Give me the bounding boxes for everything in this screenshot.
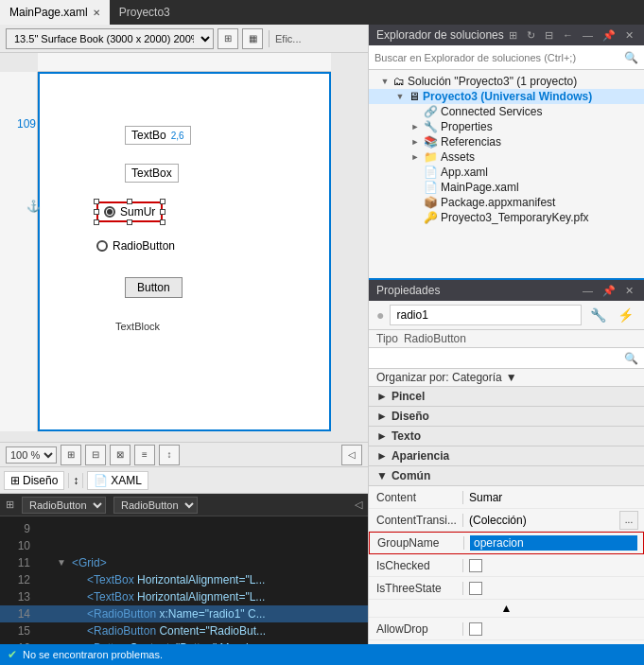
- prop-pin-icon[interactable]: 📌: [600, 284, 618, 298]
- prop-name-input[interactable]: [390, 305, 582, 325]
- code-line-10[interactable]: 10: [0, 537, 368, 554]
- se-icon3[interactable]: ⊟: [542, 28, 556, 43]
- layout-btn[interactable]: ≡: [134, 445, 155, 465]
- prop-dots-btn[interactable]: ...: [619, 511, 638, 530]
- se-icon4[interactable]: ←: [560, 28, 576, 43]
- handle-br[interactable]: [160, 219, 165, 225]
- tab-design[interactable]: ⊞ Diseño: [4, 471, 64, 490]
- textbox2-widget[interactable]: TextBox: [125, 164, 179, 183]
- expand-btn-11[interactable]: ▼: [57, 554, 68, 571]
- canvas-area[interactable]: 109 TextBo 2,6 TextBox: [0, 53, 368, 442]
- tab-mainpage[interactable]: MainPage.xaml ✕: [0, 0, 110, 25]
- prop-checkbox[interactable]: [469, 582, 482, 595]
- grid-view-btn[interactable]: ⊞: [61, 445, 81, 465]
- prop-event-icon[interactable]: ⚡: [615, 306, 636, 324]
- handle-tl[interactable]: [94, 199, 99, 204]
- prop-wrench-icon[interactable]: 🔧: [587, 306, 609, 324]
- prop-category-diseño[interactable]: ►Diseño: [369, 407, 644, 427]
- handle-mr[interactable]: [160, 209, 165, 215]
- prop-value[interactable]: [464, 535, 643, 551]
- se-pin-icon[interactable]: 📌: [600, 28, 618, 43]
- prop-input[interactable]: [469, 514, 619, 527]
- align-btn[interactable]: ⊠: [110, 445, 131, 465]
- line-number-10: 10: [4, 537, 30, 554]
- code-content-14: <RadioButton x:Name="radio1" C...: [87, 605, 266, 622]
- tree-arrow-1[interactable]: [394, 92, 406, 101]
- tab-mainpage-close[interactable]: ✕: [93, 8, 100, 18]
- prop-search-input[interactable]: [374, 353, 624, 364]
- prop-input[interactable]: [469, 491, 638, 504]
- code-left-dropdown[interactable]: RadioButton: [22, 497, 106, 514]
- tree-arrow-4[interactable]: [409, 137, 421, 147]
- prop-category-texto[interactable]: ►Texto: [369, 427, 644, 446]
- code-line-9[interactable]: 9: [0, 520, 368, 537]
- se-icon5[interactable]: —: [580, 28, 596, 43]
- line-number-12: 12: [4, 571, 30, 588]
- prop-checkbox[interactable]: [469, 622, 482, 636]
- tree-icon-2: 🔗: [424, 105, 438, 118]
- se-icon2[interactable]: ↻: [524, 28, 538, 43]
- prop-row-contenttransi: ContentTransi......: [369, 509, 644, 532]
- prop-value[interactable]: [463, 582, 644, 595]
- tree-arrow-5[interactable]: [409, 152, 421, 162]
- code-panel: ⊞ RadioButton RadioButton ◁ 91011▼<Grid>…: [0, 493, 368, 644]
- grid-icon-btn[interactable]: ⊞: [218, 28, 238, 49]
- minimize-btn[interactable]: ◁: [341, 445, 362, 465]
- tree-item-0[interactable]: 🗂Solución "Proyecto3" (1 proyecto): [369, 74, 644, 89]
- prop-value[interactable]: ...: [463, 511, 644, 530]
- code-line-15[interactable]: 15<RadioButton Content="RadioBut...: [0, 622, 368, 639]
- handle-bm[interactable]: [127, 219, 132, 225]
- code-right-dropdown[interactable]: RadioButton: [113, 497, 198, 514]
- prop-category-común[interactable]: ▼Común: [369, 466, 644, 486]
- tree-item-4[interactable]: 📚Referencias: [369, 134, 644, 149]
- code-line-14[interactable]: 14<RadioButton x:Name="radio1" C...: [0, 605, 368, 622]
- prop-collapse-arrow[interactable]: ▲: [369, 600, 644, 618]
- prop-search-icon: 🔍: [624, 352, 638, 365]
- prop-category-apariencia[interactable]: ►Apariencia: [369, 446, 644, 466]
- search-input[interactable]: [374, 52, 624, 63]
- tree-arrow-3[interactable]: [409, 122, 421, 131]
- status-ok-icon: ✔: [8, 648, 17, 661]
- prop-value[interactable]: [463, 559, 644, 572]
- prop-close-icon[interactable]: ✕: [622, 284, 636, 298]
- handle-tr[interactable]: [160, 199, 165, 204]
- tab-xaml[interactable]: 📄 XAML: [87, 471, 148, 490]
- tree-item-5[interactable]: 📁Assets: [369, 149, 644, 165]
- tree-item-2[interactable]: 🔗Connected Services: [369, 104, 644, 119]
- prop-sort-bar[interactable]: Organizar por: Categoría ▼: [369, 369, 644, 387]
- zoom-select[interactable]: 100 %: [6, 446, 57, 464]
- tree-item-8[interactable]: 📦Package.appxmanifest: [369, 195, 644, 210]
- prop-icon1[interactable]: —: [580, 284, 596, 298]
- button-widget[interactable]: Button: [125, 277, 183, 298]
- tree-item-6[interactable]: 📄App.xaml: [369, 165, 644, 180]
- radiobutton-selected-container[interactable]: SumUr: [96, 201, 163, 222]
- handle-ml[interactable]: [94, 209, 99, 215]
- tab-proyecto3[interactable]: Proyecto3: [110, 0, 180, 25]
- canvas-inner: TextBo 2,6 TextBox SumUr: [38, 72, 331, 431]
- view-icon-btn[interactable]: ▦: [242, 28, 263, 49]
- prop-checkbox[interactable]: [469, 559, 482, 572]
- tree-item-9[interactable]: 🔑Proyecto3_TemporaryKey.pfx: [369, 210, 644, 225]
- snap-btn[interactable]: ⊟: [85, 445, 106, 465]
- prop-value[interactable]: [463, 491, 644, 504]
- tree-item-7[interactable]: 📄MainPage.xaml: [369, 180, 644, 195]
- zoom-dropdown[interactable]: 13.5" Surface Book (3000 x 2000) 200% es…: [6, 28, 214, 49]
- code-line-12[interactable]: 12<TextBox HorizontalAlignment="L...: [0, 571, 368, 588]
- tree-item-1[interactable]: 🖥Proyecto3 (Universal Windows): [369, 89, 644, 104]
- tree-item-3[interactable]: 🔧Properties: [369, 119, 644, 134]
- prop-value[interactable]: [463, 622, 644, 636]
- handle-tm[interactable]: [127, 199, 132, 204]
- tree-arrow-0[interactable]: [379, 77, 391, 86]
- handle-bl[interactable]: [94, 219, 99, 225]
- code-line-11[interactable]: 11▼<Grid>: [0, 554, 368, 571]
- se-close-icon[interactable]: ✕: [622, 28, 636, 43]
- status-bar: ✔ No se encontraron problemas.: [0, 644, 644, 665]
- prop-category-pincel[interactable]: ►Pincel: [369, 387, 644, 407]
- toggle-arrow[interactable]: ↕: [73, 474, 78, 487]
- se-icon1[interactable]: ⊞: [506, 28, 520, 43]
- code-line-13[interactable]: 13<TextBox HorizontalAlignment="L...: [0, 588, 368, 605]
- textbox1-widget[interactable]: TextBo 2,6: [125, 126, 191, 145]
- arrows-btn[interactable]: ↕: [159, 445, 180, 465]
- prop-input[interactable]: [470, 535, 637, 551]
- code-minimize-btn[interactable]: ◁: [355, 499, 362, 511]
